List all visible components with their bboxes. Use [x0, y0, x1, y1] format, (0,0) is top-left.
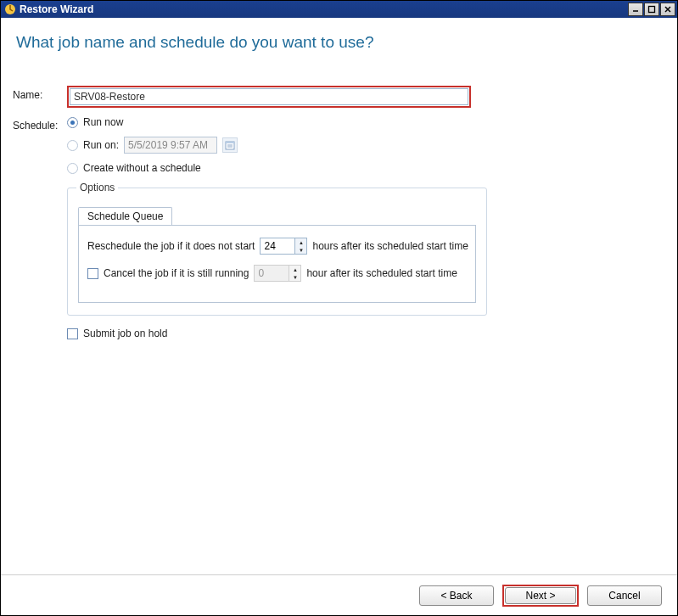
schedule-row: Schedule: Run now Run on:	[13, 116, 665, 174]
next-button[interactable]: Next >	[505, 587, 576, 604]
wizard-footer: < Back Next > Cancel	[1, 574, 677, 615]
radio-create-noschedule-label: Create without a schedule	[83, 162, 201, 174]
options-legend: Options	[76, 182, 118, 193]
back-button[interactable]: < Back	[419, 585, 494, 606]
tab-schedule-queue[interactable]: Schedule Queue	[78, 207, 172, 225]
options-group: Options Schedule Queue Reschedule the jo…	[67, 188, 487, 316]
cancel-running-label: Cancel the job if it is still running	[104, 267, 249, 279]
cancel-spin-up: ▲	[289, 266, 300, 273]
minimize-button[interactable]	[628, 3, 643, 16]
restore-wizard-icon	[4, 3, 16, 15]
submit-hold-label: Submit job on hold	[83, 328, 167, 339]
window-title: Restore Wizard	[20, 3, 627, 15]
reschedule-suffix: hours after its scheduled start time	[312, 240, 468, 252]
maximize-button[interactable]	[644, 3, 659, 16]
reschedule-hours-spinner[interactable]: ▲ ▼	[260, 238, 307, 255]
calendar-icon	[222, 137, 238, 153]
submit-hold-line: Submit job on hold	[67, 328, 665, 339]
svg-rect-6	[226, 142, 234, 143]
schedule-label: Schedule:	[13, 116, 67, 132]
cancel-line: Cancel the job if it is still running ▲ …	[87, 265, 467, 282]
cancel-running-checkbox[interactable]	[87, 268, 98, 279]
cancel-running-suffix: hour after its scheduled start time	[306, 267, 457, 279]
reschedule-spin-down[interactable]: ▼	[294, 246, 306, 254]
radio-run-on-label: Run on:	[83, 139, 119, 151]
cancel-hours-spinner: ▲ ▼	[254, 265, 301, 282]
reschedule-line: Reschedule the job if it does not start …	[87, 238, 467, 255]
submit-hold-checkbox[interactable]	[67, 328, 78, 339]
name-label: Name:	[13, 86, 67, 101]
schedule-radio-group: Run now Run on: Create without a sche	[67, 116, 238, 174]
run-on-datetime-input	[124, 137, 217, 154]
name-row: Name:	[13, 86, 665, 108]
close-button[interactable]	[660, 3, 675, 16]
page-title: What job name and schedule do you want t…	[16, 33, 665, 52]
radio-run-now-label: Run now	[83, 116, 123, 128]
svg-rect-2	[649, 7, 655, 13]
cancel-hours-input	[255, 266, 289, 281]
window-controls	[627, 3, 675, 16]
options-tabstrip: Schedule Queue	[78, 207, 476, 225]
name-highlight	[67, 86, 471, 108]
cancel-button[interactable]: Cancel	[587, 585, 662, 606]
reschedule-hours-input[interactable]	[261, 238, 294, 254]
reschedule-spin-up[interactable]: ▲	[294, 238, 306, 246]
wizard-content: What job name and schedule do you want t…	[1, 18, 677, 615]
cancel-spin-down: ▼	[289, 273, 300, 281]
tab-body-schedule-queue: Reschedule the job if it does not start …	[78, 225, 476, 303]
radio-run-on[interactable]	[67, 140, 78, 151]
radio-run-now[interactable]	[67, 117, 78, 128]
job-name-input[interactable]	[70, 88, 468, 105]
reschedule-prefix: Reschedule the job if it does not start	[87, 240, 255, 252]
next-highlight: Next >	[502, 585, 579, 607]
radio-create-noschedule[interactable]	[67, 163, 78, 174]
title-bar: Restore Wizard	[1, 1, 677, 18]
